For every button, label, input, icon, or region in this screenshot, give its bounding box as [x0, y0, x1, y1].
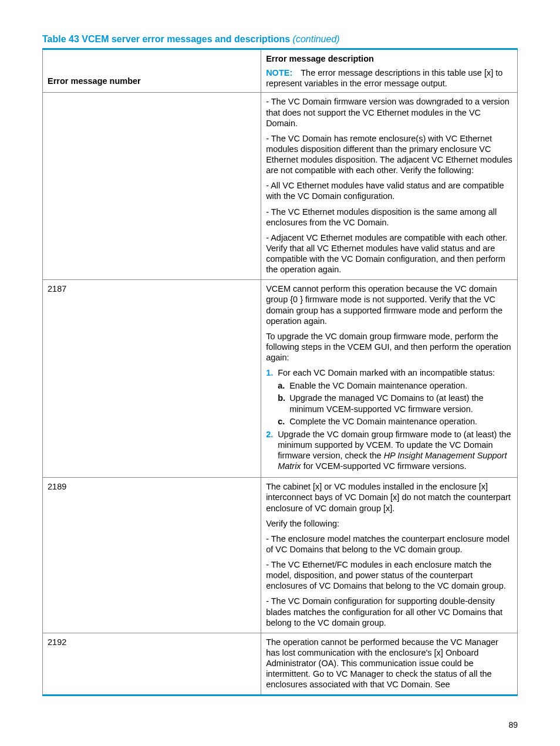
paragraph: - The VC Domain has remote enclosure(s) …	[266, 133, 512, 176]
note-label: NOTE:	[266, 68, 292, 77]
col-header-number: Error message number	[43, 49, 261, 93]
alpha-list: a. Enable the VC Domain maintenance oper…	[278, 380, 512, 427]
list-text: Enable the VC Domain maintenance operati…	[289, 381, 467, 390]
paragraph: VCEM cannot perform this operation becau…	[266, 283, 512, 326]
paragraph: The operation cannot be performed becaus…	[266, 637, 512, 690]
paragraph: - The VC Domain configuration for suppor…	[266, 596, 512, 627]
page: Table 43 VCEM server error messages and …	[0, 0, 560, 746]
error-description-cell: The operation cannot be performed becaus…	[261, 633, 518, 696]
list-text: For each VC Domain marked with an incomp…	[278, 368, 495, 377]
title-continued: (continued)	[293, 34, 340, 44]
list-marker: c.	[278, 416, 285, 427]
paragraph: - The VC Domain firmware version was dow…	[266, 96, 512, 128]
list-marker: 2.	[266, 429, 273, 440]
paragraph: Verify the following:	[266, 518, 512, 529]
list-text-part: for VCEM-supported VC firmware versions.	[301, 461, 467, 471]
paragraph: To upgrade the VC domain group firmware …	[266, 331, 512, 363]
paragraph: - The VC Ethernet/FC modules in each enc…	[266, 559, 512, 591]
table-title: Table 43 VCEM server error messages and …	[42, 34, 518, 45]
list-marker: 1.	[266, 367, 273, 378]
error-number-cell: 2187	[43, 280, 261, 478]
table-row: - The VC Domain firmware version was dow…	[43, 93, 518, 280]
list-item: 2. Upgrade the VC domain group firmware …	[266, 429, 512, 472]
page-number: 89	[508, 720, 518, 730]
description-heading: Error message description	[266, 54, 374, 63]
list-item: a. Enable the VC Domain maintenance oper…	[278, 380, 512, 391]
error-description-cell: The cabinet [x] or VC modules installed …	[261, 478, 518, 633]
error-number-cell: 2189	[43, 478, 261, 633]
list-marker: b.	[278, 393, 285, 403]
list-text: Upgrade the managed VC Domains to (at le…	[289, 393, 483, 413]
paragraph: - Adjacent VC Ethernet modules are compa…	[266, 232, 512, 275]
paragraph: The cabinet [x] or VC modules installed …	[266, 481, 512, 513]
table-row: 2187 VCEM cannot perform this operation …	[43, 280, 518, 478]
table-row: 2189 The cabinet [x] or VC modules insta…	[43, 478, 518, 633]
col-header-description: Error message description NOTE:The error…	[261, 49, 518, 93]
paragraph: - The VC Ethernet modules disposition is…	[266, 207, 512, 228]
paragraph: - All VC Ethernet modules have valid sta…	[266, 180, 512, 201]
error-message-table: Error message number Error message descr…	[42, 48, 518, 696]
error-number-cell	[43, 93, 261, 280]
ordered-list: 1. For each VC Domain marked with an inc…	[266, 367, 512, 471]
list-item: b. Upgrade the managed VC Domains to (at…	[278, 393, 512, 414]
list-item: c. Complete the VC Domain maintenance op…	[278, 416, 512, 427]
note-text: The error message descriptions in this t…	[266, 68, 502, 88]
list-marker: a.	[278, 380, 285, 391]
list-item: 1. For each VC Domain marked with an inc…	[266, 367, 512, 427]
table-row: 2192 The operation cannot be performed b…	[43, 633, 518, 696]
error-description-cell: - The VC Domain firmware version was dow…	[261, 93, 518, 280]
list-text: Complete the VC Domain maintenance opera…	[289, 417, 477, 426]
error-description-cell: VCEM cannot perform this operation becau…	[261, 280, 518, 478]
paragraph: - The enclosure model matches the counte…	[266, 534, 512, 555]
error-number-cell: 2192	[43, 633, 261, 696]
title-prefix: Table 43 VCEM server error messages and …	[42, 34, 290, 44]
table-header-row: Error message number Error message descr…	[43, 49, 518, 93]
